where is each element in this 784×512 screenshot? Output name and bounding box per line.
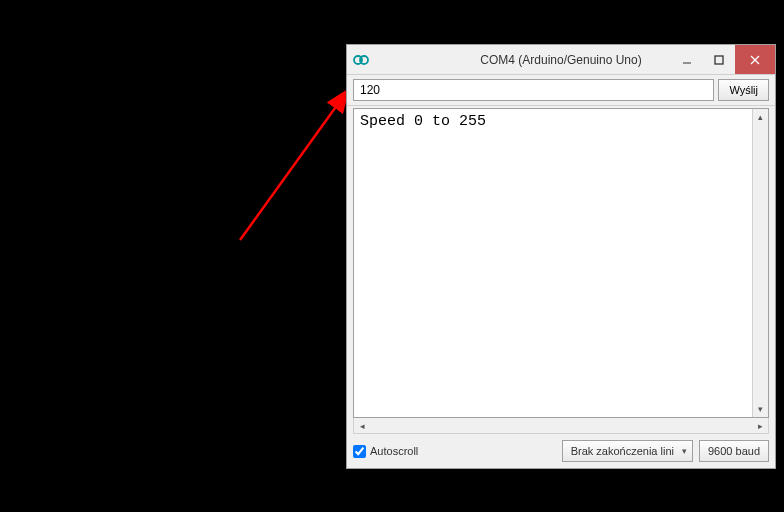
autoscroll-label: Autoscroll [370, 445, 418, 457]
baud-rate-value: 9600 baud [708, 445, 760, 457]
scroll-left-icon[interactable]: ◂ [354, 418, 370, 433]
output-container: Speed 0 to 255 ▴ ▾ [353, 108, 769, 418]
vertical-scrollbar[interactable]: ▴ ▾ [752, 109, 768, 417]
close-button[interactable] [735, 45, 775, 74]
footer-row: Autoscroll Brak zakończenia lini 9600 ba… [347, 434, 775, 468]
horizontal-scrollbar[interactable]: ◂ ▸ [353, 418, 769, 434]
serial-input[interactable] [353, 79, 714, 101]
svg-line-1 [240, 90, 348, 240]
window-controls [671, 45, 775, 74]
scroll-right-icon[interactable]: ▸ [752, 418, 768, 433]
serial-output: Speed 0 to 255 [354, 109, 752, 417]
line-ending-value: Brak zakończenia lini [571, 445, 674, 457]
baud-rate-select[interactable]: 9600 baud [699, 440, 769, 462]
send-button[interactable]: Wyślij [718, 79, 769, 101]
maximize-button[interactable] [703, 45, 735, 74]
minimize-button[interactable] [671, 45, 703, 74]
autoscroll-checkbox[interactable]: Autoscroll [353, 445, 418, 458]
input-row: Wyślij [347, 75, 775, 106]
svg-rect-5 [715, 56, 723, 64]
scroll-down-icon[interactable]: ▾ [753, 401, 768, 417]
scroll-up-icon[interactable]: ▴ [753, 109, 768, 125]
line-ending-select[interactable]: Brak zakończenia lini [562, 440, 693, 462]
autoscroll-input[interactable] [353, 445, 366, 458]
serial-monitor-window: COM4 (Arduino/Genuino Uno) Wyślij Speed … [346, 44, 776, 469]
titlebar: COM4 (Arduino/Genuino Uno) [347, 45, 775, 75]
arduino-icon [353, 52, 369, 68]
